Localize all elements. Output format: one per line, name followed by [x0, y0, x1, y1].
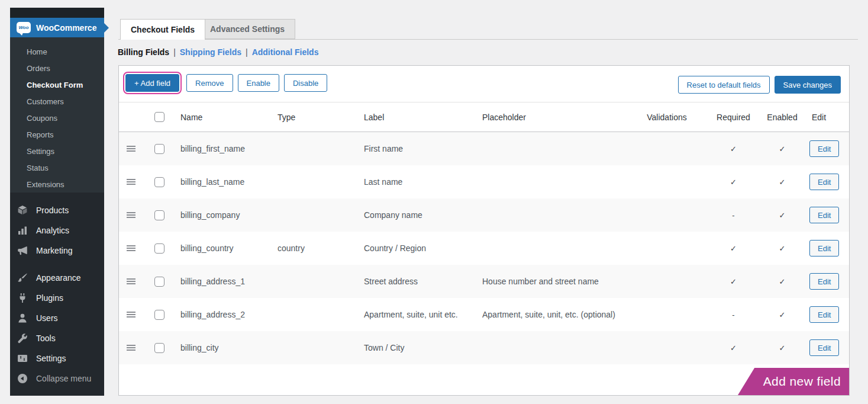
table-body: billing_first_name First name ✓ ✓ Edit b… — [119, 132, 849, 364]
edit-button[interactable]: Edit — [809, 174, 839, 190]
sidebar-item-coupons[interactable]: Coupons — [10, 110, 104, 126]
field-label: Town / City — [359, 343, 477, 352]
checkout-fields-panel: + Add field Remove Enable Disable Reset … — [118, 65, 850, 396]
field-label: Country / Region — [359, 243, 477, 253]
sidebar-submenu-label: Settings — [27, 147, 54, 156]
sidebar-item-reports[interactable]: Reports — [10, 126, 104, 143]
admin-sidebar: Woo WooCommerce Home Orders Checkout For… — [10, 8, 104, 396]
edit-button[interactable]: Edit — [809, 207, 839, 223]
field-name: billing_last_name — [176, 177, 273, 187]
marketing-icon — [17, 245, 28, 256]
sidebar-item-orders[interactable]: Orders — [10, 60, 104, 76]
field-label: Street address — [359, 277, 477, 286]
sidebar-item-customers[interactable]: Customers — [10, 93, 104, 110]
field-name: billing_country — [176, 243, 273, 253]
disable-button[interactable]: Disable — [284, 74, 327, 92]
toolbar: + Add field Remove Enable Disable Reset … — [119, 66, 849, 102]
collapse-icon — [17, 373, 28, 384]
table-row: billing_address_2 Apartment, suite, unit… — [119, 298, 849, 331]
add-field-highlight-annotation: + Add field — [123, 72, 182, 94]
tools-icon — [17, 332, 28, 344]
select-row-checkbox[interactable] — [154, 210, 164, 220]
current-menu-arrow-icon — [104, 23, 109, 33]
field-enabled-mark: ✓ — [759, 244, 806, 253]
remove-button[interactable]: Remove — [186, 74, 233, 92]
drag-handle-icon[interactable] — [127, 146, 135, 147]
select-row-checkbox[interactable] — [154, 243, 164, 254]
drag-handle-icon[interactable] — [127, 212, 135, 213]
select-row-checkbox[interactable] — [154, 343, 164, 353]
sidebar-item-users[interactable]: Users — [10, 308, 104, 328]
header-type: Type — [273, 113, 359, 122]
drag-handle-icon[interactable] — [127, 345, 135, 346]
field-label: Last name — [359, 177, 477, 187]
enable-button[interactable]: Enable — [238, 74, 279, 92]
header-validations: Validations — [625, 113, 708, 122]
field-name: billing_address_2 — [176, 310, 273, 319]
sidebar-item-checkout-form[interactable]: Checkout Form — [10, 76, 104, 93]
sidebar-item-home[interactable]: Home — [10, 43, 104, 60]
field-required-mark: - — [708, 310, 759, 319]
plugins-icon — [17, 292, 28, 304]
edit-button[interactable]: Edit — [809, 240, 839, 256]
sidebar-menu-label: Users — [36, 313, 58, 323]
edit-button[interactable]: Edit — [809, 273, 839, 290]
field-required-mark: ✓ — [708, 244, 759, 253]
subnav-separator: | — [246, 47, 248, 57]
sidebar-item-products[interactable]: Products — [10, 200, 104, 220]
subnav-item-additional-fields[interactable]: | Additional Fields — [241, 47, 318, 57]
select-row-checkbox[interactable] — [154, 277, 164, 287]
sidebar-menu-label: Appearance — [36, 273, 81, 283]
field-enabled-mark: ✓ — [759, 344, 806, 352]
sidebar-item-analytics[interactable]: Analytics — [10, 220, 104, 241]
sidebar-item-extensions[interactable]: Extensions — [10, 176, 104, 193]
woocommerce-brand-label: WooCommerce — [36, 23, 96, 33]
sidebar-item-settings[interactable]: Settings — [10, 143, 104, 159]
table-row: billing_address_1 Street address House n… — [119, 265, 849, 298]
sidebar-item-settings[interactable]: Settings — [10, 348, 104, 368]
edit-button[interactable]: Edit — [809, 339, 839, 356]
sidebar-menu-label: Analytics — [36, 226, 69, 235]
sidebar-item-plugins[interactable]: Plugins — [10, 288, 104, 308]
tab-advanced-settings[interactable]: Advanced Settings — [199, 19, 295, 39]
analytics-icon — [17, 225, 28, 236]
subnav-label: Shipping Fields — [180, 47, 241, 57]
sidebar-item-status[interactable]: Status — [10, 159, 104, 176]
table-row: billing_company Company name - ✓ Edit — [119, 198, 849, 232]
add-field-button[interactable]: + Add field — [125, 74, 179, 92]
sidebar-submenu-label: Reports — [27, 130, 54, 139]
edit-button[interactable]: Edit — [809, 306, 839, 323]
field-enabled-mark: ✓ — [759, 310, 806, 319]
edit-button[interactable]: Edit — [809, 140, 839, 157]
header-edit: Edit — [806, 113, 849, 122]
drag-handle-icon[interactable] — [127, 278, 135, 280]
sidebar-item-appearance[interactable]: Appearance — [10, 268, 104, 288]
save-changes-button[interactable]: Save changes — [775, 76, 841, 94]
sidebar-item-tools[interactable]: Tools — [10, 328, 104, 348]
reset-defaults-button[interactable]: Reset to default fields — [678, 76, 770, 94]
collapse-menu-button[interactable]: Collapse menu — [10, 368, 104, 389]
select-row-checkbox[interactable] — [154, 144, 164, 154]
products-icon — [17, 204, 28, 216]
select-all-checkbox[interactable] — [154, 112, 164, 122]
sidebar-top-strip — [10, 8, 104, 18]
field-enabled-mark: ✓ — [759, 145, 806, 153]
drag-handle-icon[interactable] — [127, 179, 135, 180]
select-row-checkbox[interactable] — [154, 310, 164, 320]
sidebar-item-marketing[interactable]: Marketing — [10, 241, 104, 261]
tab-checkout-fields[interactable]: Checkout Fields — [120, 19, 205, 40]
table-row: billing_city Town / City ✓ ✓ Edit — [119, 331, 849, 364]
drag-handle-icon[interactable] — [127, 245, 135, 246]
sidebar-item-woocommerce[interactable]: Woo WooCommerce — [10, 18, 104, 37]
field-name: billing_first_name — [176, 144, 273, 153]
drag-handle-icon[interactable] — [127, 312, 135, 313]
subnav-label: Billing Fields — [118, 47, 169, 57]
field-enabled-mark: ✓ — [759, 211, 806, 220]
field-placeholder: House number and street name — [477, 277, 625, 286]
field-placeholder: Apartment, suite, unit, etc. (optional) — [477, 310, 625, 319]
sidebar-menu-label: Settings — [36, 354, 66, 363]
add-new-field-banner[interactable]: Add new field — [738, 368, 849, 395]
subnav-item-billing-fields[interactable]: | Billing Fields — [118, 47, 169, 57]
select-row-checkbox[interactable] — [154, 177, 164, 187]
subnav-item-shipping-fields[interactable]: | Shipping Fields — [169, 47, 241, 57]
